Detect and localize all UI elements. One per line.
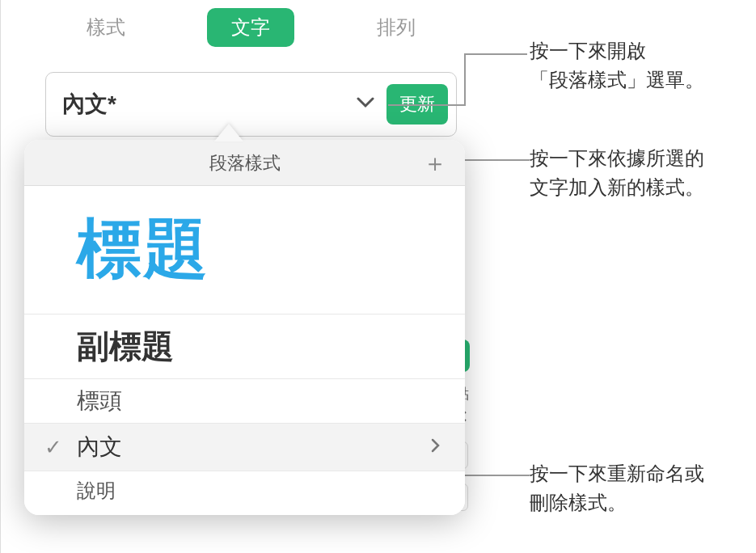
annotation-open-menu: 按一下來開啟 「段落樣式」選單。 — [530, 36, 704, 95]
tab-text[interactable]: 文字 — [207, 8, 294, 47]
style-item-subtitle[interactable]: 副標題 — [24, 314, 465, 379]
current-style-name: 內文* — [62, 89, 357, 120]
plus-icon[interactable]: ＋ — [423, 151, 447, 175]
popover-arrow — [214, 124, 243, 141]
chevron-down-icon[interactable] — [357, 97, 374, 112]
tab-style[interactable]: 樣式 — [62, 8, 150, 47]
annotation-rename-delete: 按一下來重新命名或 刪除樣式。 — [530, 459, 704, 517]
tab-arrange[interactable]: 排列 — [353, 8, 440, 47]
style-item-label: 內文 — [77, 432, 122, 462]
popover-title: 段落樣式 — [66, 151, 423, 175]
style-item-caption[interactable]: 說明 — [24, 471, 465, 515]
style-item-heading[interactable]: 標頭 — [24, 379, 465, 424]
annotation-add-style: 按一下來依據所選的 文字加入新的樣式。 — [530, 144, 704, 202]
style-list: 標題 副標題 標頭 ✓ 內文 說明 — [24, 186, 465, 515]
tab-bar: 樣式 文字 排列 — [1, 0, 501, 56]
style-item-body[interactable]: ✓ 內文 — [24, 424, 465, 471]
checkmark-icon: ✓ — [44, 435, 62, 460]
popover-header: 段落樣式 ＋ — [24, 140, 465, 186]
style-item-title[interactable]: 標題 — [24, 186, 465, 314]
callout-line — [388, 53, 530, 109]
paragraph-styles-popover: 段落樣式 ＋ 標題 副標題 標頭 ✓ 內文 說明 — [24, 140, 465, 515]
chevron-right-icon[interactable] — [431, 438, 441, 457]
